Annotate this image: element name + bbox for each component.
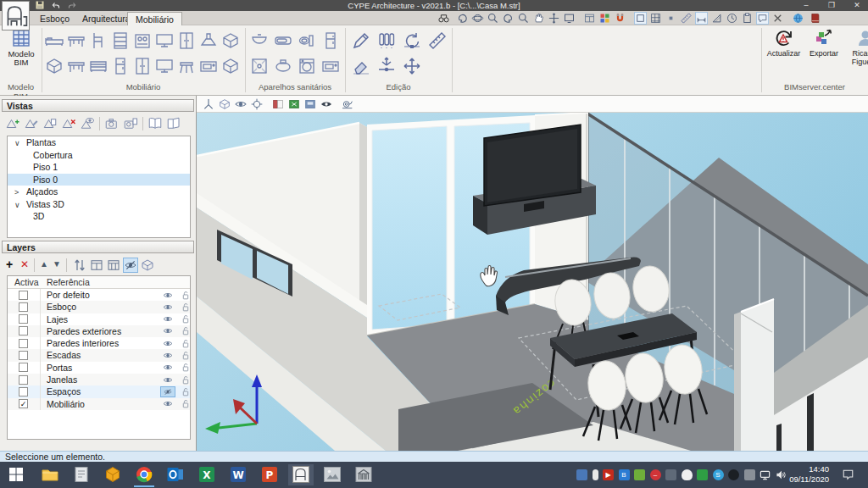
sideboard-icon[interactable]: [66, 30, 86, 51]
tray-dropbox-icon[interactable]: [665, 469, 676, 480]
move-point-icon[interactable]: [376, 56, 397, 76]
chevron-down-icon[interactable]: ∨: [14, 199, 26, 212]
safe-icon[interactable]: [220, 30, 241, 51]
red-elevation-icon[interactable]: [271, 97, 285, 111]
restore-button[interactable]: ❐: [826, 0, 837, 10]
eye-hidden-icon[interactable]: [160, 386, 175, 397]
cype-architecture-taskbar-icon[interactable]: [288, 464, 314, 485]
view-fullscreen-icon[interactable]: [563, 12, 576, 25]
tray-apps-icon[interactable]: [634, 469, 645, 480]
3d-viewport[interactable]: cozinha: [197, 113, 868, 451]
layer-checkbox[interactable]: [19, 302, 28, 312]
layer-row-esboco[interactable]: Esboço: [8, 301, 190, 313]
layers-panel-header[interactable]: Layers: [2, 241, 194, 253]
wardrobe-icon[interactable]: [176, 30, 197, 51]
sofa-icon[interactable]: [88, 56, 108, 76]
actualizar-button[interactable]: Actualizar: [764, 28, 804, 58]
cut-tool-icon[interactable]: [771, 12, 784, 25]
kitchen-sink-icon[interactable]: [320, 56, 341, 76]
transfer-layers-icon[interactable]: [72, 258, 87, 273]
open-book-view-icon[interactable]: [147, 116, 163, 131]
modelo-bim-button[interactable]: Modelo BIM: [3, 28, 40, 80]
clipboard-icon[interactable]: [741, 12, 754, 25]
tray-microphone-icon[interactable]: [593, 469, 598, 480]
edit-view-icon[interactable]: [24, 116, 39, 131]
add-view-icon[interactable]: [5, 116, 20, 131]
layer-checkbox[interactable]: [19, 351, 28, 360]
ruler-measure-icon[interactable]: [680, 12, 693, 25]
tall-cabinet-icon[interactable]: [132, 56, 153, 76]
search-binoculars-icon[interactable]: [437, 12, 450, 25]
lock-open-icon[interactable]: [180, 374, 191, 385]
eye-icon[interactable]: [160, 350, 175, 361]
layer-row-escadas[interactable]: Escadas: [8, 349, 190, 361]
eye-icon[interactable]: [160, 325, 175, 336]
fridge-icon[interactable]: [110, 56, 131, 76]
wall-tv-icon[interactable]: [154, 56, 175, 76]
tray-device-icon[interactable]: [744, 469, 755, 480]
3d-scene[interactable]: cozinha: [197, 113, 868, 451]
eye-icon[interactable]: [160, 398, 175, 409]
taskbar-clock[interactable]: 14:40 09/11/2020: [773, 464, 829, 485]
tray-defender-icon[interactable]: [697, 469, 708, 480]
web-globe-icon[interactable]: [792, 12, 804, 25]
eye-icon[interactable]: [160, 313, 175, 324]
cype-viewer-icon[interactable]: [320, 464, 345, 485]
bed-icon[interactable]: [44, 30, 64, 51]
notes-app-icon[interactable]: [69, 464, 94, 485]
powerpoint-icon[interactable]: [257, 464, 282, 485]
layer-checkbox[interactable]: [19, 399, 28, 408]
chevron-right-icon[interactable]: >: [14, 186, 26, 199]
layer-checkbox[interactable]: [19, 314, 28, 324]
open-sheet-view-icon[interactable]: [166, 116, 181, 131]
extractor-hood-icon[interactable]: [198, 30, 219, 51]
copy-icon[interactable]: [376, 30, 397, 51]
shower-column-icon[interactable]: [320, 30, 341, 51]
action-center-icon[interactable]: [841, 469, 855, 480]
delete-view-icon[interactable]: [61, 116, 76, 131]
rotate-icon[interactable]: [402, 30, 422, 51]
view-rotate-icon[interactable]: [456, 12, 469, 25]
comment-flag-icon[interactable]: [756, 12, 769, 25]
blocks-3d-icon[interactable]: [598, 12, 611, 25]
corner-cabinet-icon[interactable]: [44, 56, 64, 76]
cube-icon[interactable]: [140, 258, 155, 273]
cype-structures-icon[interactable]: [351, 464, 376, 485]
storage-box-icon[interactable]: [220, 56, 241, 76]
shelving-icon[interactable]: [110, 30, 131, 51]
cype-3d-icon[interactable]: [100, 464, 125, 485]
view-center-icon[interactable]: [548, 12, 560, 25]
user-account-button[interactable]: Ricardo Figueira: [844, 28, 868, 66]
set-square-icon[interactable]: [710, 12, 723, 25]
rotate-view-icon[interactable]: [341, 97, 354, 111]
bathtub-icon[interactable]: [273, 30, 293, 51]
outlook-icon[interactable]: [163, 464, 188, 485]
edit-pencil-icon[interactable]: [351, 30, 371, 51]
app-logo-icon[interactable]: [2, 1, 30, 30]
tray-bluetooth-icon[interactable]: B: [619, 469, 630, 480]
grid-snap-icon[interactable]: [649, 12, 662, 25]
axis-icon[interactable]: [202, 97, 215, 111]
snapshot-icon[interactable]: [104, 116, 120, 131]
green-elevation-icon[interactable]: [287, 97, 301, 111]
snapshot-copy-icon[interactable]: [123, 116, 138, 131]
lock-open-icon[interactable]: [180, 386, 191, 397]
layer-checkbox[interactable]: [19, 387, 28, 396]
file-explorer-icon[interactable]: [37, 464, 63, 485]
split-window-2-icon[interactable]: [106, 258, 121, 273]
toilet-icon[interactable]: [297, 30, 317, 51]
tray-media-icon[interactable]: ▶: [603, 469, 614, 480]
layer-row-janelas[interactable]: Janelas: [8, 374, 190, 385]
view-orbit-icon[interactable]: [471, 12, 484, 25]
layer-row-lajes[interactable]: Lajes: [8, 313, 190, 325]
washbasin-icon[interactable]: [249, 30, 270, 51]
chrome-icon[interactable]: [131, 464, 157, 485]
tab-mobiliario[interactable]: Mobiliário: [127, 12, 182, 25]
view-visibility-icon[interactable]: [80, 116, 95, 131]
tree-item-cobertura[interactable]: Cobertura: [8, 149, 190, 162]
tree-item-piso-1[interactable]: Piso 1: [8, 161, 190, 174]
eye-icon[interactable]: [160, 374, 175, 385]
tab-esboco[interactable]: Esboço: [32, 12, 77, 25]
lock-open-icon[interactable]: [180, 350, 191, 361]
layer-row-mobiliario[interactable]: Mobiliário: [8, 398, 190, 410]
